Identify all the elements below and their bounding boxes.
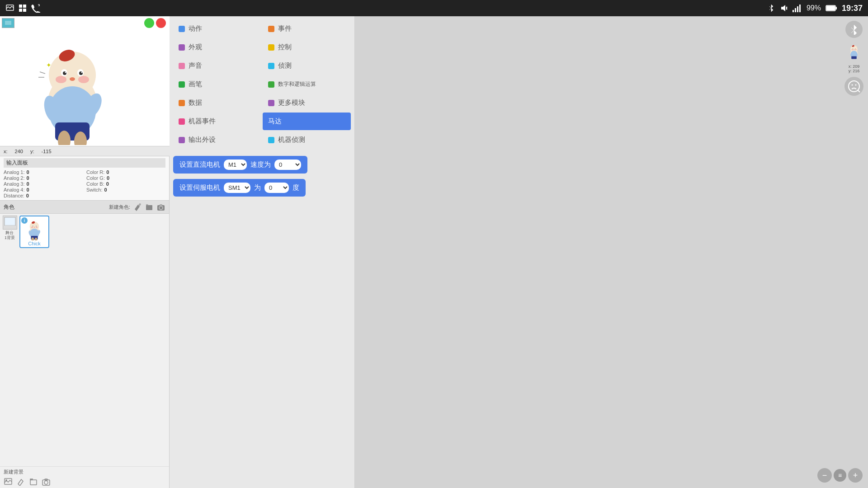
coding-coords: x: 209 y: 216 (849, 64, 860, 73)
new-sprite-paint-icon[interactable] (16, 477, 25, 486)
input-panel: 输入面板 Analog 1: 0 Color R: 0 Analog 2: 0 … (0, 156, 169, 201)
svg-rect-8 (795, 8, 796, 12)
block-servo-motor[interactable]: 设置伺服电机 SM1 SM2 SM3 SM4 为 0 45 90 135 180… (173, 179, 306, 197)
x-label: x: (4, 149, 8, 154)
cat-motion[interactable]: 动作 (173, 20, 262, 38)
bluetooth-side-btn[interactable] (845, 21, 863, 38)
new-sprite-image-icon[interactable] (4, 477, 13, 486)
y-label: y: (30, 149, 34, 154)
characters-header: 角色 新建角色: (0, 201, 169, 214)
svg-line-81 (858, 90, 860, 92)
chick-sprite-thumb[interactable]: i (19, 216, 49, 248)
input-row: Color B: 0 (86, 181, 165, 187)
svg-rect-38 (146, 205, 152, 210)
status-bar: 99% 19:37 (0, 0, 868, 16)
zoom-out-btn[interactable]: − (817, 468, 832, 483)
svg-point-19 (56, 76, 66, 83)
svg-rect-43 (5, 225, 15, 228)
blocks-list: 设置直流电机 M1 M2 M3 M4 速度为 0 50 100 -50 -100 (170, 152, 354, 200)
svg-point-61 (5, 479, 7, 481)
cat-pen[interactable]: 画笔 (173, 75, 262, 93)
cat-motor[interactable]: 马达 (263, 113, 351, 130)
svg-rect-12 (835, 7, 837, 9)
stage-thumb-img (3, 216, 17, 230)
svg-rect-15 (5, 21, 11, 25)
svg-point-52 (36, 225, 37, 226)
new-char-camera-icon[interactable] (156, 202, 165, 211)
stage-red-btn[interactable] (156, 18, 166, 28)
angle-value-select[interactable]: 0 45 90 135 180 (264, 183, 289, 193)
svg-rect-13 (826, 6, 835, 10)
svg-point-79 (852, 84, 853, 86)
cat-sound[interactable]: 声音 (173, 57, 262, 75)
stage-view-icon[interactable] (2, 18, 14, 28)
speed-value-select[interactable]: 0 50 100 -50 -100 (274, 160, 301, 170)
svg-rect-42 (5, 217, 15, 225)
zoom-in-btn[interactable]: + (848, 468, 863, 483)
svg-point-75 (854, 49, 854, 50)
grid-icon (18, 4, 27, 13)
category-grid: 动作 事件 外观 控制 声音 侦测 (170, 16, 354, 152)
new-char-file-icon[interactable] (145, 202, 154, 211)
coords-bar: x: 240 y: -115 (0, 146, 170, 156)
battery-icon (826, 5, 837, 12)
zoom-fit-btn[interactable] (844, 77, 863, 96)
servo-select[interactable]: SM1 SM2 SM3 SM4 (224, 183, 250, 193)
svg-point-26 (81, 72, 83, 73)
svg-point-80 (855, 84, 857, 86)
svg-rect-7 (793, 10, 794, 12)
cat-machine-sensing[interactable]: 机器侦测 (263, 131, 351, 149)
svg-point-53 (34, 227, 35, 228)
stage-green-btn[interactable] (144, 18, 154, 28)
svg-point-47 (31, 226, 33, 228)
zoom-reset-btn[interactable]: ≡ (834, 469, 846, 482)
x-value: 240 (15, 149, 23, 154)
input-row: Distance: 0 (4, 193, 83, 198)
svg-point-23 (65, 72, 66, 73)
dc-motor-select[interactable]: M1 M2 M3 M4 (224, 160, 247, 170)
chick-character-svg: ✦ (32, 32, 113, 145)
stage-area: ✦ x: 240 y: -115 (0, 16, 170, 156)
input-row: Analog 4: 0 (4, 187, 83, 192)
block-dc-motor[interactable]: 设置直流电机 M1 M2 M3 M4 速度为 0 50 100 -50 -100 (173, 156, 307, 174)
svg-point-69 (851, 49, 853, 50)
new-char-label: 新建角色: (109, 204, 130, 211)
blocks-panel: 动作 事件 外观 控制 声音 侦测 (170, 16, 355, 488)
dc-motor-label: 设置直流电机 (179, 160, 220, 169)
sad-zoom-icon (848, 80, 860, 93)
cat-operators[interactable]: 数字和逻辑运算 (263, 75, 351, 93)
new-sprite-icons (4, 477, 165, 486)
char-mini-preview (844, 42, 863, 61)
new-char-paint-icon[interactable] (133, 202, 142, 211)
stage-thumbnail[interactable]: 舞台1背景 (2, 216, 18, 240)
characters-grid: 舞台1背景 i (0, 214, 169, 466)
speed-for-label: 速度为 (250, 160, 271, 169)
phone-icon (31, 4, 41, 13)
new-sprite-folder-icon[interactable] (29, 477, 38, 486)
bluetooth-side-icon (849, 24, 859, 35)
cat-more[interactable]: 更多模块 (263, 94, 351, 112)
svg-rect-2 (23, 5, 26, 8)
stage-toolbar (2, 18, 14, 28)
cat-output[interactable]: 输出外设 (173, 131, 262, 149)
left-panel: ✦ x: 240 y: -115 输入面板 Analog 1: 0 (0, 16, 170, 488)
new-sprite-camera-icon[interactable] (42, 477, 51, 486)
input-row: Analog 3: 0 (4, 181, 83, 187)
servo-motor-label: 设置伺服电机 (179, 183, 220, 192)
new-sprite-label: 新建背景 (4, 469, 165, 475)
characters-panel: 角色 新建角色: (0, 201, 169, 488)
char-mini-coding-svg (845, 42, 863, 60)
cat-control[interactable]: 控制 (263, 38, 351, 56)
new-sprite-section: 新建背景 (0, 466, 169, 488)
cat-machine-events[interactable]: 机器事件 (173, 113, 262, 130)
svg-rect-62 (30, 480, 37, 485)
battery-text: 99% (807, 4, 821, 12)
cat-looks[interactable]: 外观 (173, 38, 262, 56)
svg-rect-9 (797, 6, 798, 12)
input-panel-title: 输入面板 (4, 158, 165, 168)
time-display: 19:37 (842, 4, 863, 13)
cat-data[interactable]: 数据 (173, 94, 262, 112)
input-row: Color G: 0 (86, 175, 165, 181)
cat-events[interactable]: 事件 (263, 20, 351, 38)
cat-sensing[interactable]: 侦测 (263, 57, 351, 75)
